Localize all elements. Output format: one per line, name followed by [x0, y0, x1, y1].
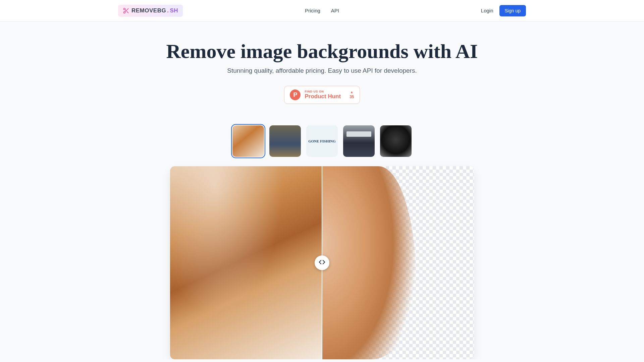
thumb-label: Car — [359, 125, 359, 126]
product-hunt-upvote: ▲ 35 — [350, 90, 354, 99]
brand-logo[interactable]: REMOVEBG.SH — [118, 5, 183, 17]
hero-subtitle: Stunning quality, affordable pricing. Ea… — [8, 67, 636, 74]
logo-text-dot: . — [166, 7, 170, 14]
thumb-label: GONE FISHING — [308, 139, 336, 143]
nav-right: Login Sign up — [481, 5, 526, 16]
product-hunt-name: Product Hunt — [305, 93, 341, 100]
logo-text: REMOVEBG.SH — [131, 7, 178, 14]
before-after-compare[interactable] — [170, 166, 474, 359]
svg-line-3 — [127, 11, 128, 13]
product-hunt-upvote-count: 35 — [350, 95, 354, 99]
scissors-icon — [123, 7, 129, 14]
hero-title: Remove image backgrounds with AI — [8, 40, 636, 62]
compare-after-subject — [322, 166, 416, 359]
product-hunt-text: FIND US ON Product Hunt — [305, 90, 341, 100]
logo-text-main: REMOVEBG — [131, 7, 166, 14]
compare-slider-handle[interactable] — [315, 255, 329, 270]
signup-button[interactable]: Sign up — [499, 5, 526, 16]
product-hunt-logo-icon: P — [290, 89, 301, 100]
example-thumbnail-strip: Portrait Person at desk GONE FISHING Car… — [8, 125, 636, 157]
top-navbar: REMOVEBG.SH Pricing API Login Sign up — [0, 0, 644, 21]
nav-link-pricing[interactable]: Pricing — [305, 8, 320, 13]
thumb-label: Portrait — [248, 125, 249, 126]
thumb-label: Person at desk — [285, 125, 285, 126]
svg-line-4 — [125, 9, 126, 10]
nav-center: Pricing API — [305, 8, 339, 13]
example-thumb-gone-fishing[interactable]: GONE FISHING — [306, 125, 338, 157]
compare-after-image — [322, 166, 474, 359]
nav-link-api[interactable]: API — [331, 8, 339, 13]
upvote-triangle-icon: ▲ — [350, 90, 354, 94]
thumb-label: Backpack — [396, 125, 396, 126]
chevrons-horizontal-icon — [318, 258, 326, 267]
product-hunt-badge[interactable]: P FIND US ON Product Hunt ▲ 35 — [284, 86, 360, 104]
example-thumb-car[interactable]: Car — [343, 125, 375, 157]
hero-section: Remove image backgrounds with AI Stunnin… — [0, 21, 644, 359]
logo-text-suffix: SH — [170, 7, 178, 14]
product-hunt-findus: FIND US ON — [305, 90, 341, 93]
example-thumb-portrait[interactable]: Portrait — [232, 125, 264, 157]
example-thumb-backpack[interactable]: Backpack — [380, 125, 412, 157]
example-thumb-person-desk[interactable]: Person at desk — [269, 125, 301, 157]
navbar-inner: REMOVEBG.SH Pricing API Login Sign up — [118, 5, 526, 17]
login-link[interactable]: Login — [481, 8, 493, 13]
compare-before-image — [170, 166, 322, 359]
